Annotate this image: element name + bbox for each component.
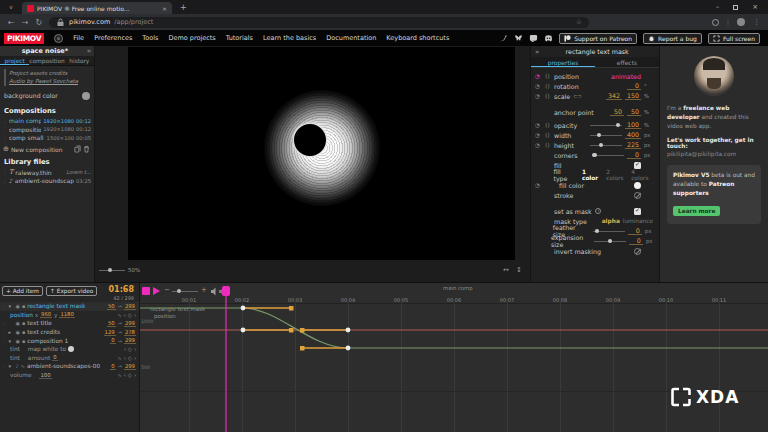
active-comp-label[interactable]: main comp <box>443 285 473 291</box>
fit-width-icon[interactable]: ↔ <box>503 266 509 274</box>
solo-icon[interactable]: ▪ <box>22 338 25 344</box>
layer-in-point[interactable]: 50 <box>107 303 116 310</box>
duplicate-icon[interactable] <box>74 145 81 153</box>
browser-menu-icon[interactable]: ⋮ <box>753 18 760 26</box>
help-icon[interactable] <box>595 208 601 214</box>
expansion-value[interactable]: 0 <box>629 237 643 245</box>
collapse-sidebar-icon[interactable]: « <box>87 47 91 55</box>
delete-trash-icon[interactable] <box>83 145 90 153</box>
report-bug-button[interactable]: Report a bug <box>643 33 702 44</box>
menu-tools[interactable]: Tools <box>142 34 158 42</box>
stopwatch-icon[interactable]: ◔ <box>534 83 541 89</box>
invert-masking-icon[interactable] <box>634 248 641 255</box>
prev-keyframe-icon[interactable]: ‹ <box>124 312 126 318</box>
new-composition-icon[interactable]: ⊕ <box>3 145 9 153</box>
forward-icon[interactable]: → <box>22 18 29 27</box>
timeline-zoom-in-icon[interactable]: + <box>201 286 207 294</box>
timeline-zoom-out-icon[interactable]: − <box>164 286 170 294</box>
property-row-tint-amount[interactable]: tint amount 0 ∿‹◇› <box>0 354 139 363</box>
layer-row-rectangle-text-mask[interactable]: ⋮ ▾ ◉ ▪ rectangle text mask 50→299 <box>0 302 139 311</box>
expand-layer-icon[interactable]: ▾ <box>9 338 14 344</box>
window-maximize-icon[interactable] <box>733 5 738 10</box>
tab-project[interactable]: project <box>0 56 29 65</box>
property-row-volume[interactable]: volume 100 ∿‹◇› <box>0 371 139 380</box>
drag-handle-icon[interactable]: ⋮ <box>2 304 7 309</box>
prev-keyframe-icon[interactable]: ‹ <box>124 355 126 361</box>
next-keyframe-icon[interactable]: › <box>134 372 136 378</box>
visibility-eye-icon[interactable]: ◉ <box>16 303 20 309</box>
stopwatch-icon[interactable]: ◔ <box>534 73 541 79</box>
prev-keyframe-icon[interactable]: ‹ <box>124 372 126 378</box>
layer-out-point[interactable]: 299 <box>124 303 136 310</box>
menu-demo-projects[interactable]: Demo projects <box>168 34 215 42</box>
add-keyframe-icon[interactable]: ◇ <box>128 372 132 378</box>
browser-profile-avatar[interactable] <box>737 18 745 26</box>
tab-history[interactable]: history <box>65 56 94 65</box>
support-patreon-button[interactable]: Support on Patreon <box>559 33 637 44</box>
fill-color-swatch[interactable] <box>634 182 641 189</box>
timeline-zoom-knob[interactable] <box>177 289 181 293</box>
property-row-tint-map-white[interactable]: tint map white to ‹◇› <box>0 345 139 354</box>
height-value[interactable]: 225 <box>625 141 641 149</box>
full-screen-button[interactable]: Full screen <box>708 33 760 44</box>
stop-button[interactable] <box>142 287 150 295</box>
add-item-button[interactable]: + Add item <box>2 286 43 296</box>
graph-toggle-icon[interactable]: ∿ <box>117 312 121 318</box>
tab-composition[interactable]: composition <box>29 56 64 65</box>
drag-handle-icon[interactable]: ⋮ <box>2 364 7 369</box>
window-close-icon[interactable]: × <box>752 3 758 11</box>
fill-type-1-color[interactable]: 1 color <box>582 169 603 181</box>
visibility-eye-icon[interactable]: ◉ <box>16 338 20 344</box>
twitter-icon[interactable] <box>499 34 508 43</box>
stroke-none-icon[interactable] <box>634 192 641 199</box>
opacity-value[interactable]: 100 <box>625 121 641 129</box>
solo-icon[interactable]: ▪ <box>22 320 25 326</box>
drag-handle-icon[interactable]: ⋮ <box>2 338 7 343</box>
graph-toggle-icon[interactable]: ∿ <box>117 355 121 361</box>
drag-handle-icon[interactable]: ⋮ <box>2 178 7 184</box>
anchor-y-value[interactable]: 50 <box>627 108 641 116</box>
anchor-x-value[interactable]: 50 <box>610 108 624 116</box>
reload-icon[interactable]: ↻ <box>35 18 42 27</box>
layer-row-ambient-soundscapes[interactable]: ⋮ ▾ ♪ ∿ ambient-soundscapes-00 0→299 <box>0 362 139 371</box>
expand-layer-icon[interactable]: ▾ <box>9 363 14 369</box>
composition-canvas[interactable] <box>128 47 515 260</box>
timeline-zoom-slider[interactable] <box>172 291 198 292</box>
next-keyframe-icon[interactable]: › <box>134 346 136 352</box>
corners-slider[interactable] <box>592 155 624 156</box>
next-keyframe-icon[interactable]: › <box>134 312 136 318</box>
stopwatch-icon[interactable]: ◔ <box>534 132 541 138</box>
back-icon[interactable]: ← <box>8 18 15 27</box>
export-video-button[interactable]: ↑Export video <box>46 286 98 296</box>
expression-icon[interactable]: () <box>544 122 551 128</box>
property-row-position-track[interactable]: position x 960 y 1180 ∿‹◇› <box>0 311 139 320</box>
expression-icon[interactable]: () <box>544 73 551 79</box>
menu-keyboard-shortcuts[interactable]: Keyboard shortcuts <box>386 34 449 42</box>
solo-icon[interactable]: ▪ <box>22 303 25 309</box>
width-value[interactable]: 400 <box>625 131 641 139</box>
rotation-value[interactable]: 0 <box>627 82 641 90</box>
composition-row-main-comp[interactable]: ⋮ main comp 1920×1080 00:12 <box>0 117 94 126</box>
tab-search-chevron-icon[interactable]: v <box>4 2 18 12</box>
add-keyframe-icon[interactable]: ◇ <box>128 355 132 361</box>
expression-icon[interactable]: () <box>544 83 551 89</box>
credits-link[interactable]: Audio by Paweł Sovchata <box>9 77 91 85</box>
menu-preferences[interactable]: Preferences <box>94 34 132 42</box>
tint-color-swatch[interactable] <box>68 346 74 352</box>
extensions-icon[interactable] <box>712 19 719 26</box>
contact-email[interactable]: pikilipita@pikilipita.com <box>667 151 761 157</box>
audio-speaker-icon[interactable]: ♪ <box>16 363 19 369</box>
graph-toggle-icon[interactable]: ∿ <box>117 372 121 378</box>
address-bar[interactable]: pikimov.com/app/project ☆ <box>49 17 589 28</box>
link-scale-icon[interactable]: ⊂⊃ <box>573 93 581 99</box>
volume-value[interactable]: 100 <box>39 372 51 379</box>
position-y-value[interactable]: 1180 <box>59 311 74 318</box>
visibility-eye-icon[interactable]: ◉ <box>16 329 20 335</box>
drag-handle-icon[interactable]: ⋮ <box>2 135 7 141</box>
fill-type-4-colors[interactable]: 4 colors <box>631 169 653 181</box>
menu-learn-the-basics[interactable]: Learn the basics <box>263 34 316 42</box>
expansion-slider[interactable] <box>594 241 626 242</box>
tab-close-icon[interactable]: × <box>162 5 167 12</box>
stopwatch-icon[interactable]: ◔ <box>534 182 541 188</box>
opacity-slider[interactable] <box>590 125 622 126</box>
